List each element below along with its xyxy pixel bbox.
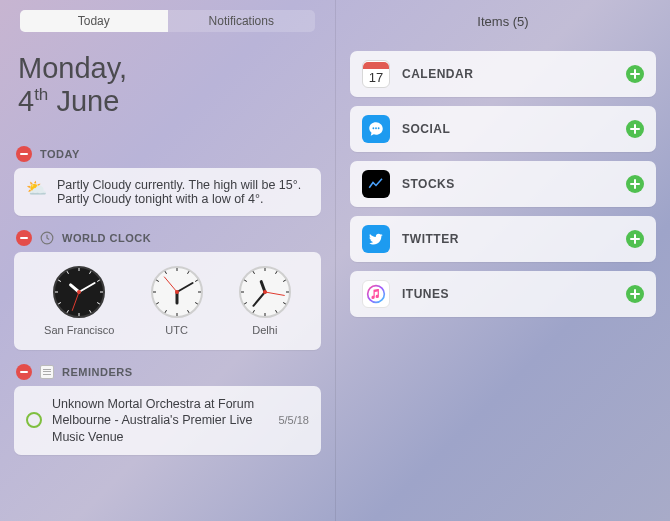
add-item-button[interactable] bbox=[626, 285, 644, 303]
weather-card[interactable]: ⛅ Partly Cloudy currently. The high will… bbox=[14, 168, 321, 216]
item-itunes[interactable]: ITUNES bbox=[350, 271, 656, 317]
item-label: TWITTER bbox=[402, 232, 614, 246]
add-item-button[interactable] bbox=[626, 175, 644, 193]
widget-title: TODAY bbox=[40, 148, 80, 160]
items-pane: Items (5) 17CALENDARSOCIALSTOCKSTWITTERI… bbox=[335, 0, 670, 521]
stocks-icon bbox=[362, 170, 390, 198]
remove-widget-button[interactable] bbox=[16, 146, 32, 162]
clock-label: San Francisco bbox=[44, 324, 114, 336]
reminders-icon bbox=[40, 365, 54, 379]
today-widget: TODAY ⛅ Partly Cloudy currently. The hig… bbox=[14, 142, 321, 216]
social-icon bbox=[362, 115, 390, 143]
item-social[interactable]: SOCIAL bbox=[350, 106, 656, 152]
world-clock-widget: WORLD CLOCK San Francisco UTC Delhi bbox=[14, 226, 321, 350]
item-label: STOCKS bbox=[402, 177, 614, 191]
date-month: June bbox=[56, 85, 119, 117]
segmented-control: Today Notifications bbox=[20, 10, 315, 32]
weather-text: Partly Cloudy currently. The high will b… bbox=[57, 178, 309, 206]
calendar-icon: 17 bbox=[362, 60, 390, 88]
date-day-line: 4th June bbox=[18, 85, 317, 118]
reminder-card[interactable]: Unknown Mortal Orchestra at Forum Melbou… bbox=[14, 386, 321, 455]
date-heading: Monday, 4th June bbox=[14, 52, 321, 142]
twitter-icon bbox=[362, 225, 390, 253]
today-pane: Today Notifications Monday, 4th June TOD… bbox=[0, 0, 335, 521]
reminders-widget: REMINDERS Unknown Mortal Orchestra at Fo… bbox=[14, 360, 321, 455]
item-label: CALENDAR bbox=[402, 67, 614, 81]
item-stocks[interactable]: STOCKS bbox=[350, 161, 656, 207]
world-clock-card[interactable]: San Francisco UTC Delhi bbox=[14, 252, 321, 350]
items-title: Items (5) bbox=[350, 10, 656, 51]
clock-face-icon bbox=[151, 266, 203, 318]
item-label: ITUNES bbox=[402, 287, 614, 301]
reminder-date: 5/5/18 bbox=[278, 414, 309, 426]
clock-utc: UTC bbox=[151, 266, 203, 336]
svg-point-34 bbox=[175, 290, 179, 294]
date-ordinal: th bbox=[34, 85, 48, 104]
svg-point-17 bbox=[77, 290, 81, 294]
add-item-button[interactable] bbox=[626, 230, 644, 248]
tab-notifications[interactable]: Notifications bbox=[168, 10, 316, 32]
widget-title: REMINDERS bbox=[62, 366, 133, 378]
svg-point-53 bbox=[375, 127, 377, 129]
clock-delhi: Delhi bbox=[239, 266, 291, 336]
remove-widget-button[interactable] bbox=[16, 230, 32, 246]
reminder-text: Unknown Mortal Orchestra at Forum Melbou… bbox=[52, 396, 268, 445]
clock-face-icon bbox=[239, 266, 291, 318]
reminder-toggle-icon[interactable] bbox=[26, 412, 42, 428]
clock-label: Delhi bbox=[239, 324, 291, 336]
remove-widget-button[interactable] bbox=[16, 364, 32, 380]
date-day: 4 bbox=[18, 85, 34, 117]
itunes-icon bbox=[362, 280, 390, 308]
clock-label: UTC bbox=[151, 324, 203, 336]
date-weekday: Monday, bbox=[18, 52, 317, 85]
add-item-button[interactable] bbox=[626, 65, 644, 83]
clock-face-icon bbox=[53, 266, 105, 318]
svg-point-51 bbox=[263, 290, 267, 294]
item-twitter[interactable]: TWITTER bbox=[350, 216, 656, 262]
weather-icon: ⛅ bbox=[26, 178, 47, 199]
clock-icon bbox=[40, 231, 54, 245]
add-item-button[interactable] bbox=[626, 120, 644, 138]
item-label: SOCIAL bbox=[402, 122, 614, 136]
clock-san-francisco: San Francisco bbox=[44, 266, 114, 336]
svg-point-55 bbox=[368, 286, 385, 303]
svg-point-54 bbox=[378, 127, 380, 129]
svg-point-52 bbox=[372, 127, 374, 129]
tab-today[interactable]: Today bbox=[20, 10, 168, 32]
widget-title: WORLD CLOCK bbox=[62, 232, 151, 244]
item-calendar[interactable]: 17CALENDAR bbox=[350, 51, 656, 97]
